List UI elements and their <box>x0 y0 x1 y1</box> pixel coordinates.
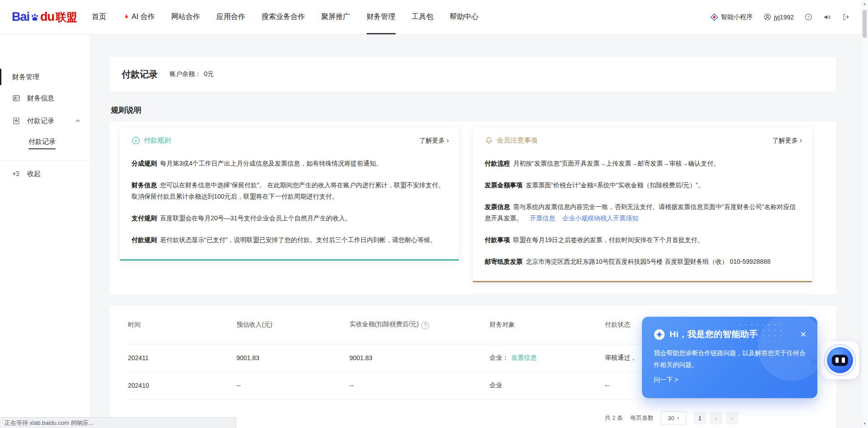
nav-item[interactable]: 财务管理 <box>367 0 396 34</box>
rule-item-label: 发票金额事项 <box>485 181 523 189</box>
nav-item[interactable]: 搜索业务合作 <box>262 0 305 34</box>
rule-item-label: 付款流程 <box>485 160 510 167</box>
nav-item[interactable]: 应用合作 <box>217 0 245 34</box>
nav-item-label: 聚屏推广 <box>321 12 350 22</box>
robot-face <box>832 355 848 366</box>
sound-button[interactable] <box>823 13 831 21</box>
baidu-union-logo[interactable]: Bai du 联盟 <box>12 10 77 24</box>
balance-label: 账户余额： <box>170 70 201 77</box>
nav-item[interactable]: 工具包 <box>412 0 434 34</box>
rule-item: 邮寄纸质发票北京市海淀区西北旺东路10号院百度科技园5号楼 百度联盟财务组（收）… <box>485 256 800 267</box>
question-circle-icon[interactable]: ? <box>421 322 429 329</box>
sidebar-item-finance-info[interactable]: 财务信息 <box>0 87 90 109</box>
rule-item-label: 支付规则 <box>132 214 157 222</box>
robot-eye <box>835 357 839 363</box>
rule-item: 财务信息您可以在财务信息中选择“保留付款”。 在此期间您产生的收入将在账户内进行… <box>132 180 447 202</box>
collapse-icon <box>12 170 20 178</box>
assistant-robot-button[interactable] <box>821 341 859 379</box>
sidebar-item-payment-record[interactable]: 付款记录 <box>0 109 90 132</box>
rule-item-label: 发票信息 <box>485 203 510 210</box>
rule-item: 付款规则若付款状态显示“已支付”，说明联盟已安排了您的付款。支付后三个工作日内到… <box>132 234 447 246</box>
cell-actual-amount: 9001.83 <box>349 354 490 361</box>
nav-item[interactable]: AI 合作 <box>123 0 155 34</box>
account-balance: 账户余额：0元 <box>170 70 214 78</box>
scroll-down-arrow[interactable]: ▼ <box>862 421 868 427</box>
prev-page-button[interactable]: ‹ <box>710 412 722 424</box>
rule-item-label: 付款规则 <box>132 236 157 243</box>
rule-item-text: 北京市海淀区西北旺东路10号院百度科技园5号楼 百度联盟财务组（收） 010-5… <box>526 258 770 265</box>
column-time: 时间 <box>128 321 236 329</box>
payment-rules-more-link[interactable]: 了解更多 <box>420 136 449 145</box>
page-header-card: 付款记录 账户余额：0元 <box>110 57 836 91</box>
nav-item[interactable]: 首页 <box>92 0 106 34</box>
sidebar: 财务管理 财务信息 付款记录 <box>0 34 90 428</box>
rule-item-text: 月初按“发票信息”页面开具发票→上传发票→邮寄发票→审核→确认支付。 <box>513 160 720 167</box>
member-notes-body: 付款流程月初按“发票信息”页面开具发票→上传发票→邮寄发票→审核→确认支付。发票… <box>473 146 812 281</box>
nav-item[interactable]: 聚屏推广 <box>321 0 350 34</box>
rule-item-text: 您可以在财务信息中选择“保留付款”。 在此期间您产生的收入将在账户内进行累计，联… <box>132 181 444 200</box>
collapse-label: 收起 <box>27 170 41 178</box>
bell-icon <box>485 136 493 145</box>
close-icon[interactable]: ✕ <box>800 331 807 338</box>
help-button[interactable]: ? <box>805 13 812 21</box>
per-page-label: 每页条数 <box>630 414 654 422</box>
cell-time: 202411 <box>128 354 236 361</box>
scroll-up-arrow[interactable]: ▲ <box>862 1 868 7</box>
nav-item[interactable]: 帮助中心 <box>450 0 479 34</box>
nav-item[interactable]: 网站合作 <box>171 0 200 34</box>
user-account[interactable]: jyj1992 <box>764 13 794 21</box>
rule-item-label: 付款事项 <box>485 236 510 243</box>
invoice-info-link[interactable]: 发票信息 <box>511 354 537 361</box>
payment-rules-body: 分成规则每月第3或4个工作日产出上月分成信息及发票信息，如有特殊情况将提前通知。… <box>120 146 459 259</box>
logout-button[interactable] <box>842 13 850 21</box>
sidebar-subitem-payment-record[interactable]: 付款记录 <box>0 132 90 155</box>
rule-item-text: 百度联盟会在每月20号—31号支付企业会员上个自然月产生的收入。 <box>160 214 351 222</box>
rule-item: 付款流程月初按“发票信息”页面开具发票→上传发票→邮寄发票→审核→确认支付。 <box>485 158 800 169</box>
rule-item-label: 邮寄纸质发票 <box>485 258 523 265</box>
chevron-up-icon <box>75 118 80 124</box>
sidebar-item-label: 付款记录 <box>27 117 54 125</box>
column-actual-amount-label: 实收金额(扣除税费后/元) <box>349 320 419 328</box>
nav-item-label: AI 合作 <box>132 12 155 22</box>
column-finance-object: 财务对象 <box>490 321 605 329</box>
sidebar-collapse-button[interactable]: 收起 <box>0 161 90 187</box>
logo-text-union: 联盟 <box>56 10 77 24</box>
page-buttons: 1 ‹ › <box>693 412 739 424</box>
scrollbar[interactable]: ▲ ▼ <box>861 0 868 428</box>
sidebar-section-label: 财务管理 <box>12 73 39 81</box>
miniprogram-label: 智能小程序 <box>721 13 753 21</box>
sidebar-section-finance-management[interactable]: 财务管理 <box>0 67 90 87</box>
rules-card: ¥ 付款规则 了解更多 分成规则每月第3或4个工作日产出上月分成信息及发票信息，… <box>110 122 836 294</box>
sidebar-item-label: 财务信息 <box>27 94 54 103</box>
assistant-popup-arrow <box>812 357 822 367</box>
yuan-circle-icon: ¥ <box>132 136 140 145</box>
per-page-select[interactable]: 30 ∨ <box>661 411 686 425</box>
finance-object-type: 企业 <box>490 381 502 389</box>
cell-actual-amount: -- <box>349 382 490 389</box>
page-title: 付款记录 <box>122 68 158 81</box>
next-page-button[interactable]: › <box>726 412 739 424</box>
rule-inline-link[interactable]: 企业小规模纳税人开票须知 <box>562 214 638 222</box>
rule-inline-link[interactable]: 开票信息 <box>530 214 555 222</box>
payment-rules-box: ¥ 付款规则 了解更多 分成规则每月第3或4个工作日产出上月分成信息及发票信息，… <box>120 128 459 261</box>
member-notes-box: 会员注意事项 了解更多 付款流程月初按“发票信息”页面开具发票→上传发票→邮寄发… <box>473 128 812 282</box>
miniprogram-link[interactable]: 智能小程序 <box>710 13 753 21</box>
member-notes-title: 会员注意事项 <box>497 136 538 145</box>
rule-item: 分成规则每月第3或4个工作日产出上月分成信息及发票信息，如有特殊情况将提前通知。 <box>132 158 447 169</box>
chevron-down-icon: ∨ <box>676 416 679 420</box>
payment-rules-title: 付款规则 <box>144 136 171 145</box>
page-number-button[interactable]: 1 <box>693 412 706 424</box>
payment-record-icon <box>12 117 20 125</box>
total-count: 共 2 条 <box>605 414 623 422</box>
svg-text:?: ? <box>807 15 810 19</box>
robot-eye <box>842 357 845 363</box>
assistant-title: Hi，我是您的智能助手 <box>670 328 758 340</box>
robot-icon <box>827 347 853 373</box>
rule-item-text: 发票票面“价税合计”金额=系统中“实收金额（扣除税费后/元）”。 <box>526 181 704 189</box>
nav-item-label: 财务管理 <box>367 12 396 22</box>
member-notes-more-link[interactable]: 了解更多 <box>773 136 802 145</box>
rule-item-text: 每月第3或4个工作日产出上月分成信息及发票信息，如有特殊情况将提前通知。 <box>160 160 382 167</box>
column-actual-amount: 实收金额(扣除税费后/元)? <box>349 320 490 329</box>
scrollbar-thumb[interactable] <box>863 10 867 38</box>
nav-item-label: 网站合作 <box>171 12 200 22</box>
